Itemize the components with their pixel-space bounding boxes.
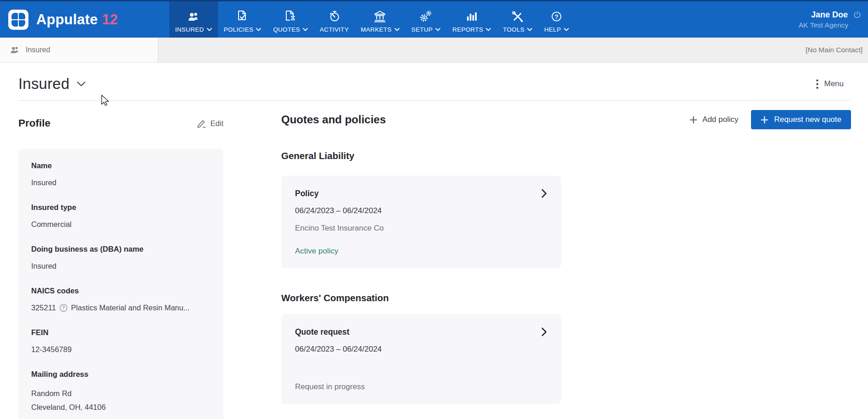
nav-item-reports[interactable]: REPORTS bbox=[446, 1, 497, 38]
gears-icon bbox=[419, 9, 433, 23]
no-main-contact-link[interactable]: [No Main Contact] bbox=[806, 46, 862, 54]
brand-logo[interactable]: Appulate 12 bbox=[8, 1, 118, 38]
nav-item-markets[interactable]: MARKETS bbox=[355, 1, 405, 38]
chevron-down-icon bbox=[303, 28, 308, 31]
chevron-right-icon[interactable] bbox=[541, 327, 547, 336]
profile-card: Name Insured Insured type Commercial Doi… bbox=[18, 149, 223, 419]
help-circle-icon[interactable]: ? bbox=[59, 303, 68, 312]
card-title: Policy bbox=[295, 188, 319, 198]
menu-button[interactable]: Menu bbox=[816, 79, 844, 89]
field-dba-name: Doing business as (DBA) name Insured bbox=[31, 244, 211, 270]
app-window: Appulate 12 INSURED bbox=[0, 0, 868, 419]
vertical-dots-icon bbox=[816, 79, 818, 89]
people-icon bbox=[9, 45, 21, 55]
pencil-icon bbox=[197, 119, 206, 128]
request-new-quote-button[interactable]: Request new quote bbox=[751, 110, 851, 129]
plus-icon bbox=[761, 116, 768, 124]
nav-label: INSURED bbox=[175, 26, 204, 33]
quotes-policies-section: Quotes and policies Add policy Request n… bbox=[281, 101, 851, 419]
nav-item-help[interactable]: ? HELP bbox=[538, 1, 574, 38]
field-naics-codes: NAICS codes 325211 ? Plastics Material a… bbox=[31, 286, 211, 312]
edit-button[interactable]: Edit bbox=[197, 119, 223, 128]
field-fein: FEIN 12-3456789 bbox=[31, 328, 211, 354]
menu-label: Menu bbox=[824, 79, 844, 88]
breadcrumb-bar: Insured [No Main Contact] bbox=[0, 38, 868, 63]
nav-label: ACTIVITY bbox=[320, 26, 349, 33]
svg-text:?: ? bbox=[62, 305, 65, 310]
nav-label: SETUP bbox=[412, 26, 433, 33]
top-navigation-bar: Appulate 12 INSURED bbox=[0, 1, 868, 38]
appulate-clover-icon bbox=[8, 10, 28, 30]
field-insured-type: Insured type Commercial bbox=[31, 203, 211, 229]
nav-item-quotes[interactable]: QUOTES bbox=[267, 1, 314, 38]
user-name: Jane Doe bbox=[811, 10, 848, 20]
naics-description: Plastics Material and Resin Manu... bbox=[71, 303, 190, 312]
page-title: Insured bbox=[18, 75, 69, 93]
nav-label: QUOTES bbox=[273, 26, 300, 33]
user-menu[interactable]: Jane Doe bbox=[811, 10, 862, 20]
status-badge: Request in progress bbox=[295, 382, 547, 392]
tools-icon bbox=[511, 9, 524, 23]
page-title-dropdown[interactable]: Insured bbox=[18, 75, 86, 93]
profile-heading: Profile bbox=[18, 117, 50, 129]
power-icon[interactable] bbox=[853, 11, 862, 19]
quote-dates: 06/24/2023 – 06/24/2024 bbox=[295, 344, 547, 354]
people-icon bbox=[187, 9, 200, 23]
nav-label: HELP bbox=[544, 26, 561, 33]
carrier-name: Encino Test Insurance Co bbox=[295, 223, 547, 233]
bank-icon bbox=[373, 9, 387, 23]
field-mailing-address: Mailing address Random Rd Cleveland, OH,… bbox=[31, 369, 211, 414]
nav-item-activity[interactable]: ACTIVITY bbox=[314, 1, 355, 38]
chevron-down-icon bbox=[256, 28, 261, 31]
bar-chart-icon bbox=[465, 9, 478, 23]
nav-item-insured[interactable]: INSURED bbox=[169, 1, 218, 38]
brand-version: 12 bbox=[102, 11, 117, 28]
chevron-down-icon bbox=[395, 28, 400, 31]
chevron-down-icon bbox=[486, 28, 491, 31]
general-liability-heading: General Liability bbox=[281, 150, 851, 162]
nav-label: MARKETS bbox=[361, 26, 391, 33]
naics-code: 325211 bbox=[31, 303, 56, 312]
user-agency: AK Test Agency bbox=[799, 21, 848, 29]
page-content: Insured Menu Profile bbox=[0, 75, 868, 419]
chevron-down-icon bbox=[207, 28, 212, 31]
help-icon: ? bbox=[550, 9, 563, 23]
card-title: Quote request bbox=[295, 327, 350, 337]
general-liability-policy-card[interactable]: Policy 06/24/2023 – 06/24/2024 Encino Te… bbox=[281, 176, 561, 268]
profile-section: Profile Edit Name Insured bbox=[18, 101, 223, 419]
main-nav: INSURED POLICIES bbox=[169, 1, 575, 38]
nav-item-setup[interactable]: SETUP bbox=[406, 1, 447, 38]
field-name: Name Insured bbox=[31, 161, 211, 187]
policy-document-icon bbox=[236, 9, 248, 23]
chevron-right-icon[interactable] bbox=[541, 189, 547, 198]
quotes-policies-heading: Quotes and policies bbox=[281, 113, 386, 126]
chevron-down-icon bbox=[527, 28, 532, 31]
page-title-row: Insured Menu bbox=[18, 75, 851, 93]
plus-icon bbox=[690, 116, 697, 124]
stopwatch-icon bbox=[328, 9, 341, 23]
nav-item-policies[interactable]: POLICIES bbox=[218, 1, 267, 38]
nav-label: POLICIES bbox=[224, 26, 254, 33]
svg-text:?: ? bbox=[555, 13, 558, 20]
quote-document-icon bbox=[284, 9, 296, 23]
workers-compensation-quote-card[interactable]: Quote request 06/24/2023 – 06/24/2024 Re… bbox=[281, 314, 561, 404]
nav-label: TOOLS bbox=[503, 26, 524, 33]
chevron-down-icon bbox=[564, 28, 569, 31]
chevron-down-icon[interactable] bbox=[77, 81, 86, 87]
policy-dates: 06/24/2023 – 06/24/2024 bbox=[295, 206, 547, 216]
add-policy-button[interactable]: Add policy bbox=[690, 115, 738, 124]
breadcrumb-tab-insured[interactable]: Insured bbox=[0, 38, 158, 62]
workers-compensation-heading: Workers' Compensation bbox=[281, 292, 851, 304]
edit-label: Edit bbox=[211, 119, 223, 128]
breadcrumb-label: Insured bbox=[26, 46, 50, 54]
chevron-down-icon bbox=[435, 28, 440, 31]
status-badge: Active policy bbox=[295, 246, 547, 256]
user-block: Jane Doe AK Test Agency bbox=[799, 1, 862, 38]
nav-label: REPORTS bbox=[452, 26, 483, 33]
nav-item-tools[interactable]: TOOLS bbox=[497, 1, 538, 38]
brand-name: Appulate bbox=[36, 11, 98, 28]
